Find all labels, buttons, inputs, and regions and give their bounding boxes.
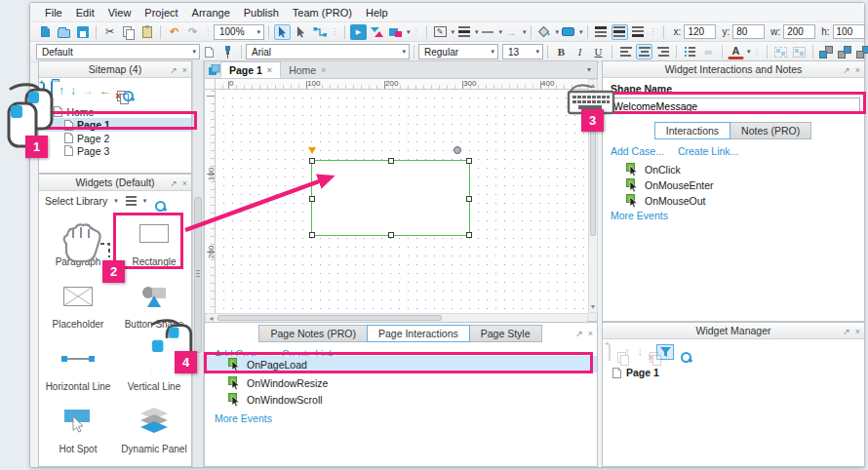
publish-button[interactable] <box>387 24 404 40</box>
paste-button[interactable] <box>138 24 155 40</box>
sitemap-item-home[interactable]: ◢ Home <box>45 105 191 118</box>
chevron-down-icon[interactable]: ▾ <box>523 28 527 36</box>
format-style-button[interactable]: ✎ <box>432 24 449 40</box>
select-library-dropdown[interactable]: Select Library <box>45 195 107 207</box>
shape-name-input[interactable] <box>609 98 860 114</box>
menu-help[interactable]: Help <box>359 7 395 19</box>
more-events-link[interactable]: More Events <box>611 210 668 221</box>
save-button[interactable] <box>74 24 91 40</box>
event-onmouseout[interactable]: OnMouseOut <box>603 192 864 209</box>
resize-handle-sw[interactable] <box>309 232 315 238</box>
shape-color-button[interactable] <box>560 24 576 40</box>
close-icon[interactable]: × <box>855 65 860 75</box>
menu-arrange[interactable]: Arrange <box>185 7 237 19</box>
popout-icon[interactable]: ↗ <box>170 65 178 75</box>
close-icon[interactable]: × <box>182 178 187 188</box>
tab-notes-pro[interactable]: Notes (PRO) <box>730 122 811 139</box>
add-case-link[interactable]: Add Case... <box>611 145 664 157</box>
resize-handle-e[interactable] <box>466 196 472 202</box>
outdent-button[interactable]: ← <box>99 86 111 96</box>
valign-top-button[interactable] <box>593 24 610 40</box>
share-button[interactable] <box>369 24 385 40</box>
redo-button[interactable]: ↷ <box>184 24 201 40</box>
sitemap-item-page1[interactable]: Page 1 <box>45 118 191 132</box>
chevron-down-icon[interactable]: ▾ <box>579 28 583 36</box>
tab-page-style[interactable]: Page Style <box>469 325 542 342</box>
widget-button-shape[interactable]: Button Shape <box>116 273 192 335</box>
valign-bottom-button[interactable] <box>630 24 647 40</box>
format-painter-button[interactable] <box>219 44 236 59</box>
chevron-down-icon[interactable]: ▾ <box>499 28 503 36</box>
menu-project[interactable]: Project <box>138 7 184 19</box>
new-file-button[interactable] <box>37 24 54 40</box>
edit-style-button[interactable] <box>201 44 217 59</box>
widget-dynamic-panel[interactable]: Dynamic Panel <box>116 398 192 460</box>
chevron-down-icon[interactable]: ▾ <box>114 197 118 205</box>
canvas-tab-page1[interactable]: Page 1 × <box>220 61 281 78</box>
h-input[interactable] <box>833 24 865 39</box>
popout-icon[interactable]: ↗ <box>843 65 850 75</box>
menu-view[interactable]: View <box>101 7 138 19</box>
pin-handle-icon[interactable] <box>454 146 461 154</box>
underline-button[interactable]: U <box>590 44 607 59</box>
font-color-button[interactable]: A <box>728 45 744 59</box>
zoom-select[interactable]: 100%▾ <box>214 24 264 40</box>
preview-button[interactable]: ▶ <box>350 24 367 40</box>
arrow-style-button[interactable]: → <box>503 24 520 40</box>
select-mode-button[interactable] <box>274 24 291 40</box>
fill-color-button[interactable] <box>536 24 553 40</box>
widget-hot-spot[interactable]: Hot Spot <box>40 398 116 460</box>
undo-button[interactable]: ↶ <box>166 24 182 40</box>
w-input[interactable] <box>783 24 815 39</box>
align-center-button[interactable] <box>636 44 652 59</box>
wm-add-button[interactable]: + <box>609 343 611 361</box>
font-weight-select[interactable]: Regular▾ <box>418 44 498 59</box>
library-options-button[interactable] <box>126 196 137 206</box>
scroll-down-icon[interactable]: ▼ <box>589 302 597 311</box>
line-weight-button[interactable] <box>455 24 472 40</box>
close-icon[interactable]: × <box>855 327 860 336</box>
widget-horizontal-line[interactable]: Horizontal Line <box>40 335 116 398</box>
copy-button[interactable] <box>120 24 137 40</box>
tab-list-dropdown[interactable]: ▾ <box>587 65 591 74</box>
close-icon[interactable]: × <box>588 329 593 338</box>
align-left-button[interactable] <box>617 44 634 59</box>
popout-icon[interactable]: ↗ <box>575 329 583 338</box>
chevron-down-icon[interactable]: ▾ <box>747 48 751 56</box>
group-button[interactable] <box>772 44 789 59</box>
chevron-down-icon[interactable]: ▾ <box>475 28 479 36</box>
cut-button[interactable]: ✂ <box>101 24 118 40</box>
wm-move-up-button[interactable]: ↑ <box>624 347 630 357</box>
resize-handle-se[interactable] <box>466 232 472 238</box>
more-events-link[interactable]: More Events <box>215 412 272 424</box>
resize-handle-ne[interactable] <box>466 158 472 164</box>
menu-file[interactable]: File <box>38 7 69 19</box>
y-input[interactable] <box>732 24 765 39</box>
create-link-link[interactable]: Create Link... <box>678 145 738 157</box>
popout-icon[interactable]: ↗ <box>170 178 178 188</box>
sitemap-item-page3[interactable]: Page 3 <box>45 144 191 157</box>
popout-icon[interactable]: ↗ <box>843 327 850 336</box>
sitemap-item-page2[interactable]: Page 2 <box>45 132 191 144</box>
tab-page-notes[interactable]: Page Notes (PRO) <box>258 325 368 342</box>
widget-rectangle[interactable]: Rectangle <box>116 211 192 273</box>
font-size-select[interactable]: 13▾ <box>502 44 543 59</box>
tab-close-icon[interactable]: × <box>321 65 326 75</box>
splitter-thumb[interactable] <box>194 197 202 353</box>
tab-page-interactions[interactable]: Page Interactions <box>367 325 470 342</box>
open-file-button[interactable] <box>56 24 72 40</box>
send-to-back-button[interactable] <box>837 44 853 59</box>
chevron-down-icon[interactable]: ▾ <box>143 197 147 205</box>
event-onwindowscroll[interactable]: OnWindowScroll <box>205 391 597 408</box>
connector-mode-button[interactable] <box>311 24 328 40</box>
chevron-down-icon[interactable]: ▾ <box>556 28 560 36</box>
indent-button[interactable]: → <box>82 86 94 96</box>
move-up-button[interactable]: ↑ <box>59 86 64 96</box>
line-style-button[interactable] <box>480 24 496 40</box>
font-family-select[interactable]: Arial▾ <box>246 44 410 59</box>
event-onmouseenter[interactable]: OnMouseEnter <box>603 176 864 193</box>
ungroup-button[interactable] <box>791 44 808 59</box>
panel-splitter[interactable] <box>192 60 204 467</box>
menu-publish[interactable]: Publish <box>237 7 286 19</box>
resize-handle-nw[interactable] <box>309 158 315 164</box>
